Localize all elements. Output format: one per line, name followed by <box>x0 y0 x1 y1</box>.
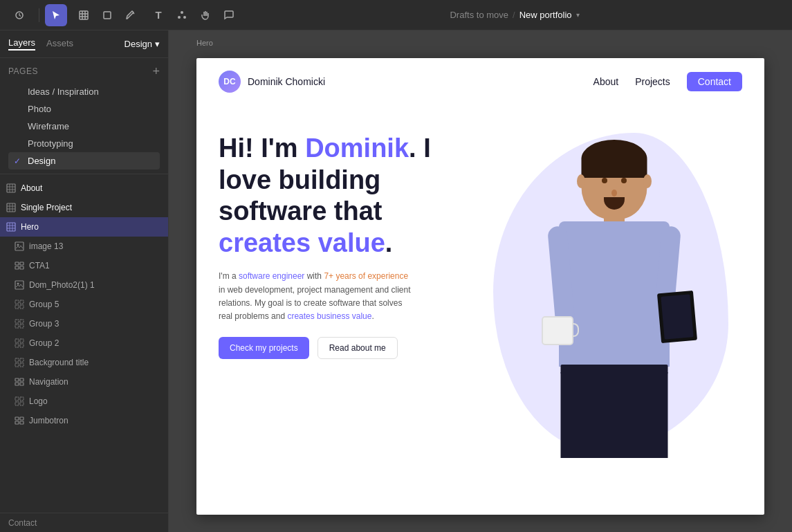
bottom-panel: Contact <box>0 513 168 532</box>
svg-rect-23 <box>15 324 19 328</box>
hero-text: Hi! I'm Dominik. I love building softwar… <box>219 119 466 359</box>
hero-buttons: Check my projects Read about me <box>219 337 466 359</box>
nav-contact-button[interactable]: Contact <box>687 72 742 91</box>
check-projects-button[interactable]: Check my projects <box>219 337 309 359</box>
svg-rect-17 <box>15 300 19 304</box>
layer-icon-navigation <box>14 376 25 387</box>
svg-rect-26 <box>20 339 24 342</box>
layer-logo[interactable]: Logo <box>0 392 168 411</box>
main-layout: Layers Assets Design ▾ Pages + Ideas / I… <box>0 30 792 532</box>
text-tool-button[interactable]: T <box>147 4 169 26</box>
svg-rect-8 <box>7 223 15 231</box>
hero-logo-name: Dominik Chomicki <box>248 76 325 87</box>
page-item-wireframe[interactable]: Wireframe <box>8 118 160 135</box>
layer-icon-hero <box>6 221 17 232</box>
hero-logo: DC Dominik Chomicki <box>219 71 325 93</box>
breadcrumb-dropdown-icon[interactable]: ▾ <box>576 11 580 19</box>
nav-link-projects[interactable]: Projects <box>635 76 670 87</box>
design-frame: DC Dominik Chomicki About Projects Conta… <box>196 58 764 515</box>
svg-rect-39 <box>15 402 19 405</box>
select-tool-button[interactable] <box>45 4 67 26</box>
page-label-design: Design <box>28 156 55 166</box>
read-about-button[interactable]: Read about me <box>317 337 398 359</box>
pages-section: Pages + Ideas / Inspiration Photo Wirefr… <box>0 58 168 174</box>
layer-background-title[interactable]: Background title 👁 <box>0 353 168 372</box>
layer-name-single-project: Single Project <box>21 203 160 212</box>
svg-rect-31 <box>15 363 19 367</box>
layer-icon-about <box>6 183 17 194</box>
page-check-design: ✓ <box>14 156 24 166</box>
layer-group3[interactable]: Group 3 <box>0 314 168 333</box>
layer-name-hero: Hero <box>21 222 160 232</box>
tab-layers[interactable]: Layers <box>8 37 35 51</box>
page-item-photo[interactable]: Photo <box>8 100 160 118</box>
frame-tool-button[interactable] <box>73 4 95 26</box>
design-tab-label: Design <box>125 39 152 49</box>
comment-tool-button[interactable] <box>218 4 240 26</box>
svg-rect-43 <box>15 421 19 424</box>
svg-point-4 <box>178 16 181 19</box>
nav-link-about[interactable]: About <box>593 76 619 87</box>
layer-name-background-title: Background title <box>29 358 148 367</box>
add-page-button[interactable]: + <box>152 65 160 77</box>
pages-header: Pages + <box>8 65 160 77</box>
svg-rect-28 <box>20 344 24 347</box>
svg-rect-40 <box>20 402 24 405</box>
menu-tool-button[interactable] <box>8 4 30 26</box>
layer-dom-photo[interactable]: Dom_Photo2(1) 1 <box>0 275 168 295</box>
hand-tool-button[interactable] <box>194 4 217 26</box>
breadcrumb-current[interactable]: New portfolio <box>519 10 572 20</box>
svg-rect-15 <box>15 281 24 289</box>
page-label-photo: Photo <box>28 104 51 114</box>
layer-name-cta1: CTA1 <box>29 261 160 270</box>
layer-navigation[interactable]: Navigation <box>0 372 168 392</box>
layer-name-group3: Group 3 <box>29 319 160 329</box>
pages-title: Pages <box>8 66 38 76</box>
layer-name-navigation: Navigation <box>29 377 160 387</box>
svg-rect-38 <box>20 397 24 401</box>
headline-highlight: Dominik <box>305 134 409 163</box>
desc-part1: I'm a <box>219 271 239 281</box>
component-tool-button[interactable] <box>171 4 193 26</box>
page-item-ideas[interactable]: Ideas / Inspiration <box>8 83 160 100</box>
svg-rect-24 <box>20 324 24 328</box>
left-panel: Layers Assets Design ▾ Pages + Ideas / I… <box>0 30 169 532</box>
layer-hero[interactable]: Hero <box>0 217 168 237</box>
layer-name-jumbotron: Jumbotron <box>29 416 160 425</box>
page-item-design[interactable]: ✓ Design <box>8 152 160 169</box>
page-item-prototyping[interactable]: Prototyping <box>8 135 160 152</box>
svg-rect-1 <box>80 11 88 19</box>
tab-assets[interactable]: Assets <box>46 38 73 50</box>
layer-about[interactable]: About <box>0 178 168 198</box>
layer-name-group5: Group 5 <box>29 300 148 309</box>
headline-end: . <box>385 228 393 257</box>
hero-headline: Hi! I'm Dominik. I love building softwar… <box>219 133 466 259</box>
svg-rect-36 <box>20 383 24 385</box>
layer-group5[interactable]: Group 5 👁 <box>0 295 168 314</box>
layer-name-image13: image 13 <box>29 241 160 251</box>
svg-rect-35 <box>15 383 19 385</box>
layer-icon-background-title <box>14 357 25 368</box>
svg-rect-13 <box>15 266 19 269</box>
layer-cta1[interactable]: CTA1 <box>0 256 168 275</box>
svg-point-3 <box>181 11 183 14</box>
svg-rect-11 <box>15 262 19 265</box>
shape-tool-button[interactable] <box>96 4 118 26</box>
layer-image13[interactable]: image 13 <box>0 237 168 256</box>
hero-navbar: DC Dominik Chomicki About Projects Conta… <box>196 58 764 105</box>
svg-rect-44 <box>20 421 24 424</box>
layer-icon-jumbotron <box>14 415 25 426</box>
svg-rect-9 <box>15 242 24 250</box>
breadcrumb: Drafts to move / New portfolio ▾ <box>450 10 579 20</box>
svg-rect-18 <box>20 300 24 304</box>
layer-single-project[interactable]: Single Project <box>0 198 168 217</box>
canvas-area[interactable]: Hero DC Dominik Chomicki About Projects … <box>169 30 792 532</box>
svg-rect-41 <box>15 417 19 420</box>
tab-design[interactable]: Design ▾ <box>125 39 160 49</box>
svg-rect-30 <box>20 358 24 362</box>
svg-rect-34 <box>20 378 24 381</box>
pen-tool-button[interactable] <box>120 4 142 26</box>
hero-person <box>493 119 735 458</box>
layer-group2[interactable]: Group 2 👁 <box>0 333 168 353</box>
layer-jumbotron[interactable]: Jumbotron <box>0 411 168 430</box>
